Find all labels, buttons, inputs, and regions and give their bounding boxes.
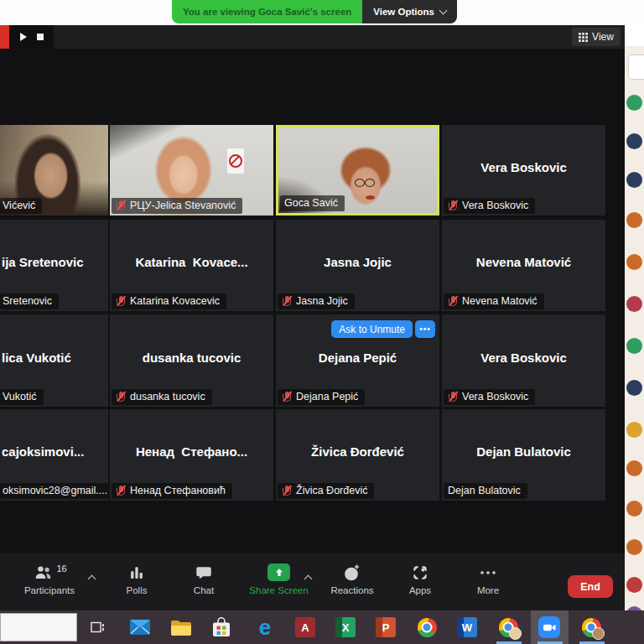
word-icon[interactable]: W: [456, 616, 478, 638]
chevron-down-icon: [439, 7, 448, 15]
muted-mic-icon: [116, 296, 126, 307]
colored-dot: [626, 380, 642, 396]
name-label: Vera Boskovic: [444, 389, 535, 405]
polls-label: Polls: [127, 585, 148, 595]
muted-mic-icon: [116, 392, 126, 402]
participant-tile[interactable]: ija Sretenovic Sretenovic: [0, 220, 108, 311]
end-button[interactable]: End: [568, 575, 613, 598]
ask-to-unmute-button[interactable]: Ask to Unmute: [331, 320, 413, 338]
participant-name: Nevena Matović: [462, 295, 538, 307]
muted-mic-icon: [448, 200, 458, 211]
more-label: More: [477, 585, 499, 595]
chrome-profile-2-icon[interactable]: [580, 616, 602, 638]
colored-dot: [626, 296, 642, 312]
muted-mic-icon: [282, 392, 292, 402]
task-view-icon[interactable]: [86, 616, 108, 638]
more-button[interactable]: More: [459, 561, 517, 595]
chrome-profile-icon[interactable]: [497, 616, 519, 638]
more-options-button[interactable]: •••: [415, 320, 435, 338]
participant-tile[interactable]: dusanka tucovic dusanka tucovic: [110, 314, 273, 407]
participant-tile[interactable]: Nevena Matović Nevena Matović: [442, 220, 605, 311]
colored-dot: [626, 577, 642, 593]
polls-button[interactable]: Polls: [107, 561, 166, 595]
participant-name: dusanka tucovic: [130, 391, 205, 402]
reactions-label: Reactions: [330, 585, 373, 595]
name-label: Dejan Bulatovic: [444, 483, 527, 499]
view-options-label: View Options: [373, 7, 434, 17]
participant-tile[interactable]: lica Vukotić Vukotić: [0, 314, 108, 407]
meeting-titlebar: View: [0, 25, 625, 49]
zoom-icon[interactable]: [538, 616, 560, 638]
participants-button[interactable]: 16 Participants: [12, 561, 87, 595]
mouth: [366, 195, 375, 200]
name-label: РЦУ-Jelica Stevanović: [112, 198, 242, 214]
recording-controls: [9, 25, 54, 49]
participant-tile[interactable]: Živica Đorđević Živica Đorđević: [276, 409, 439, 501]
screen-share-banner: You are viewing Goca Savić's screen: [172, 0, 362, 23]
name-label: Vićević: [0, 198, 42, 214]
participant-tile[interactable]: cajoksimovi... oksimovic28@gmail....: [0, 409, 108, 501]
participant-name: РЦУ-Jelica Stevanović: [130, 200, 236, 211]
participants-icon: [32, 563, 55, 583]
grid-view-icon: [579, 33, 588, 42]
reactions-button[interactable]: Reactions: [323, 561, 382, 595]
name-label: Goca Savić: [280, 195, 345, 211]
participant-tile[interactable]: Ненад Стефано... Ненад Стефановић: [110, 409, 273, 501]
windows-taskbar: e A X P W: [0, 610, 644, 644]
view-options-button[interactable]: View Options: [362, 0, 457, 23]
participants-label: Participants: [24, 585, 75, 595]
participant-name: Sretenovic: [3, 295, 52, 307]
apps-button[interactable]: Apps: [391, 561, 449, 595]
apps-label: Apps: [409, 585, 431, 595]
name-label: Nevena Matović: [444, 293, 544, 309]
name-label: Dejana Pepić: [278, 389, 365, 405]
participant-name: Dejan Bulatovic: [448, 485, 521, 496]
participant-tile[interactable]: Jasna Jojic Jasna Jojic: [276, 220, 439, 311]
participant-name: Ненад Стефановић: [130, 485, 226, 496]
participant-tile[interactable]: Dejan Bulatovic Dejan Bulatovic: [442, 409, 605, 501]
name-label: Vera Boskovic: [444, 198, 535, 214]
participant-tile-active-speaker[interactable]: Goca Savić: [276, 125, 439, 216]
name-label: Živica Đorđević: [278, 483, 374, 499]
participant-tile[interactable]: Ask to Unmute ••• Dejana Pepić Dejana Pe…: [276, 314, 439, 407]
edge-icon[interactable]: e: [254, 616, 276, 638]
colored-dot: [626, 133, 642, 149]
chevron-up-icon[interactable]: [88, 575, 96, 584]
muted-mic-icon: [116, 486, 126, 496]
chat-button[interactable]: Chat: [174, 561, 233, 595]
participant-tile[interactable]: Vićević: [0, 125, 108, 216]
participant-name: oksimovic28@gmail....: [3, 485, 107, 496]
stop-recording-icon[interactable]: [37, 34, 44, 40]
participant-tile[interactable]: Vera Boskovic Vera Boskovic: [442, 125, 605, 216]
view-button[interactable]: View: [572, 28, 621, 46]
muted-mic-icon: [448, 392, 458, 402]
reactions-icon: [342, 563, 362, 583]
colored-dot: [626, 422, 642, 438]
file-explorer-icon[interactable]: [170, 616, 192, 638]
glasses: [355, 179, 377, 187]
chrome-icon[interactable]: [416, 616, 438, 638]
zoom-meeting-window: Vićević РЦУ-Jelica Stevanović Goca Savić…: [0, 0, 644, 644]
mail-icon[interactable]: [129, 616, 151, 638]
share-screen-icon: [267, 564, 290, 581]
search-input[interactable]: [0, 613, 77, 641]
name-label: Ненад Стефановић: [112, 483, 232, 499]
name-label: dusanka tucovic: [112, 389, 212, 405]
access-icon[interactable]: A: [294, 616, 316, 638]
name-label: Vukotić: [0, 389, 44, 405]
microsoft-store-icon[interactable]: [210, 616, 232, 638]
participant-tile[interactable]: Vera Boskovic Vera Boskovic: [442, 314, 605, 407]
participant-tile[interactable]: РЦУ-Jelica Stevanović: [110, 125, 273, 216]
participant-tile[interactable]: Katarina Kovace... Katarina Kovacevic: [110, 220, 273, 311]
colored-dot: [626, 501, 642, 517]
view-button-label: View: [592, 31, 614, 43]
polls-icon: [127, 564, 146, 582]
powerpoint-icon[interactable]: P: [375, 616, 397, 638]
colored-dot: [626, 212, 642, 228]
colored-dot: [626, 95, 642, 111]
excel-icon[interactable]: X: [335, 616, 356, 638]
resume-recording-icon[interactable]: [20, 33, 27, 41]
recording-indicator: [0, 25, 9, 49]
colored-dot: [626, 460, 642, 476]
participant-name: Živica Đorđević: [296, 485, 367, 496]
